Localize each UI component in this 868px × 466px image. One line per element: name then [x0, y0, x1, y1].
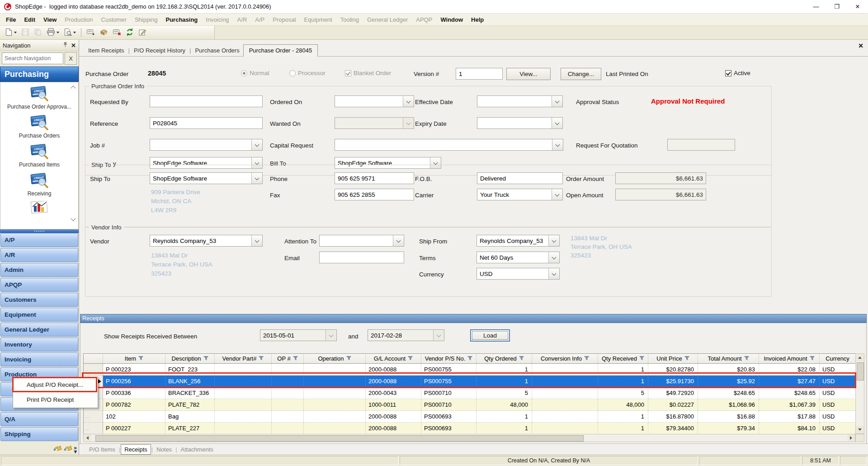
column-header-total-amount[interactable]: Total Amount	[698, 354, 759, 363]
column-header-vendor-part[interactable]: Vendor Part#	[215, 354, 272, 363]
radio-processor[interactable]: Processor	[289, 70, 326, 76]
column-header-description[interactable]: Description	[165, 354, 215, 363]
search-input[interactable]	[2, 52, 63, 64]
scroll-down-icon[interactable]	[856, 426, 864, 433]
filter-funnel-icon[interactable]	[293, 355, 298, 362]
ship-from-combo[interactable]: Reynolds Company_53	[476, 235, 560, 247]
dropdown-caret-icon[interactable]	[14, 32, 17, 33]
table-row[interactable]: …P 000336BRACKET_3362000-0043PS00071055$…	[84, 387, 856, 399]
phone-input[interactable]	[335, 172, 414, 184]
expiry-date-combo[interactable]	[477, 117, 563, 129]
nav-splitter-handle[interactable]	[0, 229, 79, 233]
bottom-tab-p-o-items[interactable]: P/O Items	[86, 445, 118, 454]
nav-group-shipping[interactable]: Shipping	[0, 427, 78, 441]
column-header-operation[interactable]: Operation	[304, 354, 366, 363]
nav-item-chart-icon[interactable]	[30, 201, 49, 216]
dropdown-caret-icon[interactable]	[73, 32, 76, 33]
menu-customer[interactable]: Customer	[97, 16, 131, 23]
nav-item-receiving[interactable]: CREDITReceiving	[28, 172, 52, 197]
active-checkbox[interactable]: Active	[725, 70, 750, 76]
gold-arrow-icon[interactable]	[53, 444, 62, 453]
bottom-tab-receipts[interactable]: Receipts	[121, 444, 151, 455]
context-menu-item-adjust-p-o-receipt[interactable]: Adjust P/O Receipt...	[13, 377, 98, 392]
nav-group-admin[interactable]: Admin	[0, 263, 78, 277]
row-selector-cell[interactable]: …	[84, 411, 103, 423]
date-from-combo[interactable]: 2015-05-01	[260, 329, 337, 341]
menu-view[interactable]: View	[39, 16, 61, 23]
nav-group-a-r[interactable]: A/R	[0, 248, 78, 262]
menu-tooling[interactable]: Tooling	[336, 16, 363, 23]
scroll-up-icon[interactable]	[70, 84, 76, 90]
view-button[interactable]: View...	[506, 68, 551, 80]
column-header-unit-price[interactable]: Unit Price	[648, 354, 698, 363]
menu-production[interactable]: Production	[61, 16, 97, 23]
filter-funnel-icon[interactable]	[259, 355, 264, 362]
change-button[interactable]: Change...	[561, 68, 601, 80]
table-vertical-scrollbar[interactable]	[855, 353, 864, 434]
column-header-item[interactable]: Item	[103, 354, 165, 363]
toolbar-refresh-button[interactable]	[123, 27, 136, 39]
column-header-vendor-p-s-no[interactable]: Vendor P/S No.	[421, 354, 476, 363]
nav-group-general-ledger[interactable]: General Ledger	[0, 323, 78, 337]
toolbar-print-button[interactable]	[44, 27, 61, 39]
filter-funnel-icon[interactable]	[519, 355, 524, 362]
toolbar-print-preview-button[interactable]	[61, 27, 78, 39]
table-horizontal-scrollbar[interactable]	[83, 434, 855, 442]
column-header-currency[interactable]: Currency	[820, 354, 856, 363]
nav-group-equipment[interactable]: Equipment	[0, 308, 78, 322]
gold-arrow-icon[interactable]	[63, 444, 72, 453]
nav-group-apqp[interactable]: APQP	[0, 278, 78, 292]
fax-input[interactable]	[335, 189, 414, 200]
scroll-right-icon[interactable]	[847, 434, 855, 442]
attention-to-combo[interactable]	[319, 235, 404, 247]
maximize-button[interactable]: ❐	[826, 0, 847, 14]
column-header-qty-ordered[interactable]: Qty Ordered	[476, 354, 532, 363]
row-selector-cell[interactable]: …	[84, 364, 103, 376]
scroll-down-icon[interactable]	[70, 216, 76, 223]
table-row[interactable]: …P 000256BLANK_2562000-0088PS00075511$25…	[84, 376, 856, 387]
wanted-on-combo[interactable]	[335, 117, 414, 129]
filter-funnel-icon[interactable]	[467, 355, 472, 362]
column-header-op[interactable]: OP #	[272, 354, 304, 363]
bottom-tab-notes[interactable]: Notes	[153, 445, 175, 454]
column-header-qty-received[interactable]: Qty Received	[598, 354, 648, 363]
menu-file[interactable]: File	[2, 16, 20, 23]
menu-proposal[interactable]: Proposal	[269, 16, 300, 23]
pushpin-icon[interactable]	[62, 42, 68, 49]
email-input[interactable]	[319, 252, 404, 263]
filter-funnel-icon[interactable]	[138, 355, 143, 362]
menu-help[interactable]: Help	[467, 16, 488, 23]
nav-group-invoicing[interactable]: Invoicing	[0, 352, 78, 366]
filter-funnel-icon[interactable]	[203, 355, 208, 362]
radio-normal[interactable]: Normal	[241, 70, 269, 76]
toolbar-receive-items-button[interactable]	[97, 27, 110, 39]
minimize-button[interactable]: —	[806, 0, 826, 14]
row-selector-cell[interactable]: …	[84, 423, 103, 434]
rfq-input[interactable]	[667, 139, 735, 151]
menu-a-p[interactable]: A/P	[251, 16, 269, 23]
menu-general-ledger[interactable]: General Ledger	[363, 16, 412, 23]
scrollbar-thumb[interactable]	[857, 362, 864, 380]
filter-funnel-icon[interactable]	[346, 355, 351, 362]
filter-funnel-icon[interactable]	[684, 355, 689, 362]
toolbar-copy-button[interactable]	[32, 27, 44, 39]
carrier-combo[interactable]: Your Truck	[477, 189, 563, 200]
menu-a-r[interactable]: A/R	[233, 16, 251, 23]
toolbar-edit-record-button[interactable]	[136, 27, 149, 39]
scroll-up-icon[interactable]	[856, 354, 864, 361]
nav-group-inventory[interactable]: Inventory	[0, 338, 78, 352]
search-clear-button[interactable]: X	[65, 52, 77, 65]
toolbar-new-document-button[interactable]	[3, 27, 19, 39]
column-header-g-l-account[interactable]: G/L Account	[366, 354, 421, 363]
reference-input[interactable]	[150, 117, 263, 129]
scrollbar-thumb[interactable]	[95, 435, 584, 442]
nav-active-group-header[interactable]: Purchasing	[0, 67, 79, 82]
close-button[interactable]: ✕	[847, 0, 868, 14]
load-button[interactable]: Load	[470, 329, 510, 342]
column-header-conversion-info[interactable]: Conversion Info	[532, 354, 598, 363]
tab-close-icon[interactable]: ✕	[858, 42, 863, 49]
table-row[interactable]: …P 000223FOOT_2232000-0088PS00075511$20.…	[84, 364, 856, 376]
effective-date-combo[interactable]	[477, 95, 563, 107]
column-header-invoiced-amount[interactable]: Invoiced Amount	[759, 354, 820, 363]
toolbar-delete-record-button[interactable]	[110, 27, 123, 39]
